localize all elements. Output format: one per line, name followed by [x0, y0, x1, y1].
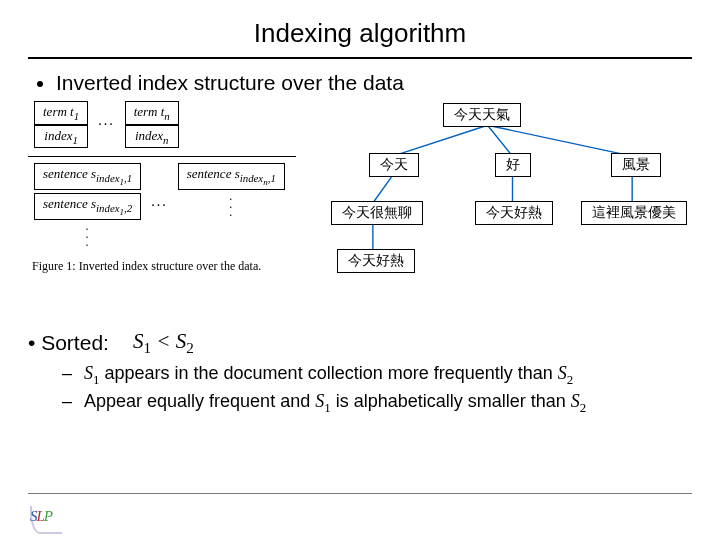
tree-node: 這裡風景優美: [581, 201, 687, 225]
dots-vertical: ···: [34, 225, 141, 249]
tree-node: 今天很無聊: [331, 201, 423, 225]
tree-node: 風景: [611, 153, 661, 177]
index-1: index: [44, 128, 72, 143]
sentence-cell: sentence sindexn,1: [178, 163, 285, 190]
tree-root: 今天天氣: [443, 103, 521, 127]
tree-node: 今天好熱: [475, 201, 553, 225]
index-n: index: [135, 128, 163, 143]
sorted-sub-2: Appear equally frequent and S1 is alphab…: [84, 391, 692, 416]
tree-node: 今天好熱: [337, 249, 415, 273]
figure-inverted-index: term t1 index1 ··· term tn indexn senten…: [28, 101, 313, 274]
bullet-sorted: Sorted:: [28, 331, 109, 355]
svg-line-1: [488, 125, 513, 156]
example-tree: 今天天氣 今天 好 風景 今天很無聊 今天好熱 這裡風景優美 今天好熱: [323, 101, 692, 311]
sorted-condition: S1 < S2: [133, 329, 194, 357]
sentence-cell: sentence sindex1,2: [34, 193, 141, 220]
term-t1: term t: [43, 104, 74, 119]
tree-node: 好: [495, 153, 531, 177]
figure-caption: Figure 1: Inverted index structure over …: [32, 259, 313, 274]
title-divider: [28, 57, 692, 59]
slide-title: Indexing algorithm: [28, 18, 692, 49]
term-tn: term t: [134, 104, 165, 119]
slp-logo-icon: SLP: [30, 508, 66, 532]
figure-divider: [28, 156, 296, 157]
sentence-cell: sentence sindex1,1: [34, 163, 141, 190]
dots-horizontal: ···: [88, 117, 125, 133]
tree-node: 今天: [369, 153, 419, 177]
sorted-sub-1: S1 appears in the document collection mo…: [84, 363, 692, 388]
dots-vertical: ···: [178, 195, 285, 219]
bullet-inverted-index: Inverted index structure over the data: [56, 71, 692, 95]
svg-line-0: [393, 125, 488, 156]
footer-divider: [28, 493, 692, 494]
svg-line-3: [373, 175, 393, 203]
dots-horizontal: ···: [141, 198, 178, 214]
svg-line-2: [488, 125, 633, 156]
